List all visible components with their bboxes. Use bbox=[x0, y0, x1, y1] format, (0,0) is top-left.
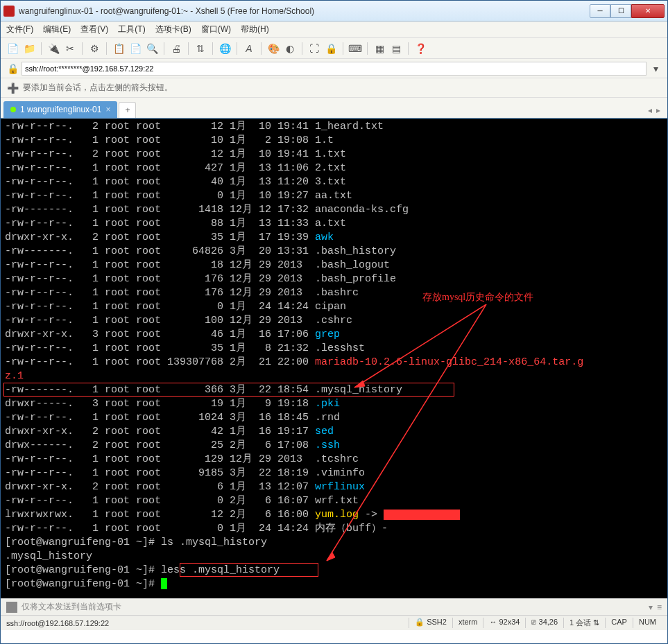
status-caps: CAP bbox=[605, 618, 633, 628]
fullscreen-icon[interactable]: ⛶ bbox=[308, 42, 320, 55]
new-icon[interactable]: 📄 bbox=[6, 42, 19, 55]
titlebar: wangruifenglinux-01 - root@wangruifeng-0… bbox=[1, 1, 667, 21]
lock-icon[interactable]: 🔒 bbox=[325, 42, 337, 55]
keyboard-icon[interactable]: ⌨ bbox=[349, 42, 361, 55]
menu-help[interactable]: 帮助(H) bbox=[241, 24, 269, 35]
highlight-box-less-cmd bbox=[180, 563, 318, 577]
terminal[interactable]: -rw-r--r--. 2 root root 12 1月 10 19:41 1… bbox=[1, 119, 667, 598]
xftp-icon[interactable]: ⇅ bbox=[194, 42, 207, 55]
send-drop-icon[interactable]: ▾ bbox=[649, 602, 653, 612]
menu-file[interactable]: 文件(F) bbox=[6, 24, 33, 35]
status-dot-icon bbox=[10, 107, 16, 112]
address-input[interactable] bbox=[22, 62, 646, 76]
maximize-button[interactable]: ☐ bbox=[610, 4, 631, 18]
titlebar-text: wangruifenglinux-01 - root@wangruifeng-0… bbox=[19, 6, 590, 16]
find-icon[interactable]: 🔍 bbox=[146, 42, 158, 55]
address-bar: 🔒 ▾ bbox=[1, 59, 667, 78]
menu-tools[interactable]: 工具(T) bbox=[118, 24, 145, 35]
paste-icon[interactable]: 📄 bbox=[129, 42, 142, 55]
menu-window[interactable]: 窗口(W) bbox=[201, 24, 231, 35]
font-icon[interactable]: A bbox=[243, 42, 255, 55]
tab-session[interactable]: 1 wangruifenglinux-01 × bbox=[3, 101, 117, 118]
menubar: 文件(F) 编辑(E) 查看(V) 工具(T) 选项卡(B) 窗口(W) 帮助(… bbox=[1, 21, 667, 38]
minimize-button[interactable]: ─ bbox=[590, 4, 610, 18]
status-term: xterm bbox=[452, 618, 483, 628]
tab-add[interactable]: + bbox=[119, 102, 136, 118]
status-bar: ssh://root@192.168.57.129:22 🔒 SSH2 xter… bbox=[1, 615, 667, 630]
tab-bar: 1 wangruifenglinux-01 × + ◂ ▸ bbox=[1, 98, 667, 119]
status-pos: ⎚ 34,26 bbox=[525, 618, 563, 628]
print-icon[interactable]: 🖨 bbox=[170, 42, 182, 55]
copy-icon[interactable]: 📋 bbox=[112, 42, 125, 55]
tab-close-icon[interactable]: × bbox=[105, 105, 110, 114]
hint-arrow-icon[interactable]: ➕ bbox=[6, 82, 19, 94]
reconnect-icon[interactable]: 🔌 bbox=[47, 42, 60, 55]
tab-nav-left-icon[interactable]: ◂ bbox=[648, 105, 652, 115]
send-bar: 仅将文本发送到当前选项卡 ▾ ≡ bbox=[1, 598, 667, 615]
svg-line-2 bbox=[354, 304, 486, 388]
layout-icon[interactable]: ▦ bbox=[373, 42, 386, 55]
theme-icon[interactable]: ◐ bbox=[284, 42, 296, 55]
menu-view[interactable]: 查看(V) bbox=[80, 24, 108, 35]
arrow-2 bbox=[348, 304, 556, 394]
app-icon bbox=[3, 6, 15, 17]
send-text: 仅将文本发送到当前选项卡 bbox=[22, 601, 644, 613]
help-icon[interactable]: ❓ bbox=[414, 42, 427, 55]
tab-label: 1 wangruifenglinux-01 bbox=[20, 105, 101, 114]
status-num: NUM bbox=[633, 618, 662, 628]
status-left: ssh://root@192.168.57.129:22 bbox=[6, 619, 109, 627]
annotation-label: 存放mysql历史命令的文件 bbox=[422, 290, 533, 304]
menu-edit[interactable]: 编辑(E) bbox=[43, 24, 71, 35]
properties-icon[interactable]: ⚙ bbox=[88, 42, 101, 55]
status-size: ↔ 92x34 bbox=[483, 618, 525, 628]
menu-tabs[interactable]: 选项卡(B) bbox=[155, 24, 191, 35]
status-ssh: 🔒 SSH2 bbox=[409, 618, 452, 628]
svg-marker-3 bbox=[354, 381, 365, 388]
addr-dropdown-icon[interactable]: ▾ bbox=[649, 62, 662, 75]
toolbar: 📄 📁 🔌 ✂ ⚙ 📋 📄 🔍 🖨 ⇅ 🌐 A 🎨 ◐ ⛶ 🔒 ⌨ ▦ ▤ ❓ bbox=[1, 38, 667, 59]
close-button[interactable]: ✕ bbox=[631, 4, 665, 18]
color-icon[interactable]: 🎨 bbox=[267, 42, 280, 55]
open-icon[interactable]: 📁 bbox=[23, 42, 35, 55]
globe-icon[interactable]: 🌐 bbox=[219, 42, 231, 55]
status-sess: 1 会话 ⇅ bbox=[563, 618, 605, 628]
send-icon[interactable] bbox=[6, 602, 17, 613]
hint-bar: ➕ 要添加当前会话，点击左侧的箭头按钮。 bbox=[1, 78, 667, 98]
tab-nav-right-icon[interactable]: ▸ bbox=[656, 105, 660, 115]
send-menu-icon[interactable]: ≡ bbox=[657, 602, 662, 612]
cascade-icon[interactable]: ▤ bbox=[390, 42, 402, 55]
disconnect-icon[interactable]: ✂ bbox=[64, 42, 76, 55]
hint-text: 要添加当前会话，点击左侧的箭头按钮。 bbox=[23, 82, 173, 94]
lock-small-icon: 🔒 bbox=[6, 62, 19, 75]
